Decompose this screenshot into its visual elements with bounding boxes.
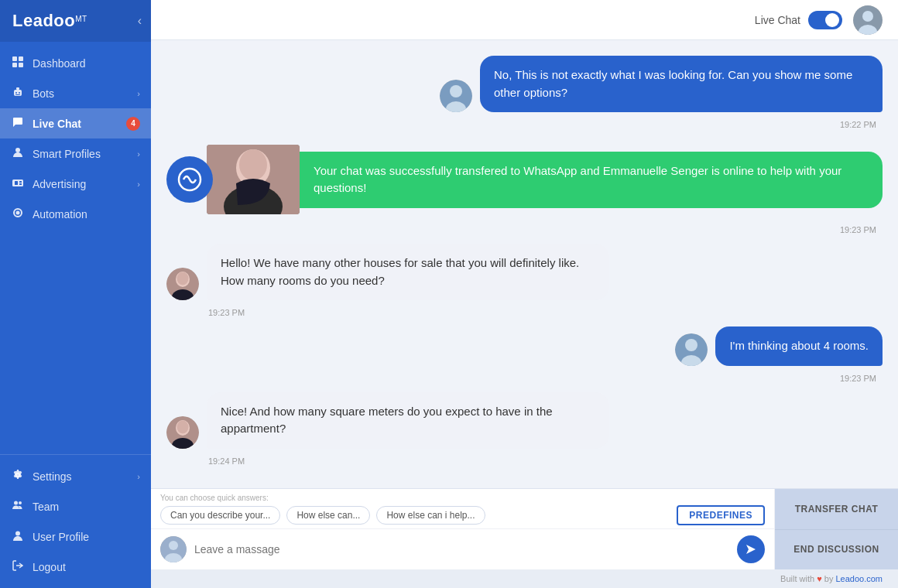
- grid-icon: [11, 56, 25, 70]
- svg-point-7: [19, 92, 20, 94]
- sidebar-item-user-profile-label: User Profile: [33, 531, 140, 543]
- settings-chevron-icon: ›: [137, 472, 140, 481]
- sidebar-item-automation-label: Automation: [33, 208, 140, 220]
- quick-answers-bar: You can choose quick answers: Can you de…: [151, 489, 774, 528]
- footer-link[interactable]: Leadoo.com: [835, 574, 883, 583]
- user-icon: [11, 529, 25, 544]
- footer-text: Built with ♥ by Leadoo.com: [780, 574, 883, 583]
- logout-icon: [11, 559, 25, 574]
- svg-rect-2: [12, 63, 17, 67]
- svg-point-41: [169, 541, 178, 550]
- ads-icon: [11, 176, 25, 191]
- advertising-chevron-icon: ›: [137, 179, 140, 189]
- chat-icon: [11, 116, 25, 131]
- input-row: [151, 528, 774, 569]
- bots-chevron-icon: ›: [137, 89, 140, 98]
- svg-rect-8: [15, 94, 20, 95]
- team-icon: [11, 499, 25, 514]
- quick-chip-0[interactable]: Can you describe your...: [160, 506, 280, 525]
- sidebar-item-advertising[interactable]: Advertising ›: [0, 169, 151, 199]
- sidebar-nav: Dashboard Bots › Live Chat 4 Smart Profi…: [0, 42, 151, 454]
- transfer-chat-button[interactable]: TRANSFER CHAT: [775, 489, 898, 530]
- sidebar-item-team[interactable]: Team: [0, 491, 151, 521]
- chat-input-area: You can choose quick answers: Can you de…: [151, 488, 898, 569]
- sidebar: LeadooMT ‹ Dashboard Bots › Live Chat 4: [0, 0, 151, 588]
- timestamp-2: 19:23 PM: [166, 225, 883, 234]
- predefines-button[interactable]: PREDEFINES: [677, 505, 765, 525]
- sidebar-item-live-chat[interactable]: Live Chat 4: [0, 108, 151, 138]
- svg-point-14: [14, 501, 18, 505]
- svg-point-32: [177, 272, 189, 285]
- live-chat-badge: 4: [126, 117, 140, 131]
- sidebar-item-advertising-label: Advertising: [33, 178, 129, 190]
- toggle-knob: [825, 13, 839, 27]
- chat-messages: No, This is not exactly what I was looki…: [151, 40, 898, 488]
- smart-profiles-chevron-icon: ›: [137, 149, 140, 159]
- svg-rect-13: [19, 183, 22, 185]
- svg-point-6: [15, 92, 17, 94]
- sidebar-item-settings[interactable]: Settings ›: [0, 461, 151, 491]
- chat-input-left: You can choose quick answers: Can you de…: [151, 489, 774, 569]
- sidebar-item-smart-profiles[interactable]: Smart Profiles ›: [0, 138, 151, 169]
- sidebar-logo: LeadooMT ‹: [0, 0, 151, 42]
- sidebar-item-automation[interactable]: Automation: [0, 199, 151, 229]
- svg-point-9: [15, 148, 20, 152]
- person-icon: [11, 146, 25, 161]
- automation-icon: [11, 207, 25, 221]
- chat-action-buttons: TRANSFER CHAT END DISCUSSION: [774, 489, 898, 569]
- message-bubble-3: Hello! We have many other houses for sal…: [207, 244, 609, 300]
- transfer-agent-photo: [207, 145, 300, 214]
- agent-avatar-3: [166, 268, 199, 300]
- quick-answers-label: You can choose quick answers:: [160, 494, 765, 502]
- message-row-3: Hello! We have many other houses for sal…: [166, 244, 883, 300]
- live-chat-toggle[interactable]: [808, 11, 842, 29]
- svg-rect-11: [15, 181, 18, 185]
- timestamp-4: 19:23 PM: [166, 374, 883, 383]
- message-row-5: Nice! And how many square meters do you …: [166, 392, 883, 449]
- sidebar-item-logout[interactable]: Logout: [0, 552, 151, 582]
- svg-point-22: [450, 85, 462, 97]
- send-button[interactable]: [737, 535, 765, 563]
- sidebar-item-dashboard[interactable]: Dashboard: [0, 48, 151, 78]
- bot-icon: [11, 86, 25, 101]
- user-avatar-1: [440, 80, 472, 112]
- message-row-1: No, This is not exactly what I was looki…: [166, 56, 883, 112]
- svg-point-15: [19, 501, 22, 504]
- transfer-notification: Your chat was successfully transfered to…: [166, 145, 883, 214]
- sidebar-item-settings-label: Settings: [33, 470, 129, 483]
- message-bubble-4: I'm thinking about 4 rooms.: [715, 326, 883, 366]
- svg-point-19: [862, 11, 873, 22]
- user-avatar-topbar[interactable]: [853, 5, 883, 35]
- svg-rect-0: [12, 56, 17, 61]
- sidebar-item-bots[interactable]: Bots ›: [0, 78, 151, 108]
- sidebar-item-smart-profiles-label: Smart Profiles: [33, 148, 129, 160]
- quick-chip-1[interactable]: How else can...: [286, 506, 370, 525]
- svg-rect-12: [19, 181, 22, 183]
- collapse-sidebar-button[interactable]: ‹: [138, 14, 142, 28]
- quick-answers-row: Can you describe your... How else can...…: [160, 505, 765, 525]
- quick-chip-2[interactable]: How else can i help...: [376, 506, 485, 525]
- svg-rect-5: [16, 87, 19, 90]
- timestamp-1: 19:22 PM: [166, 120, 883, 129]
- svg-point-39: [177, 420, 189, 433]
- topbar-live-chat-label: Live Chat: [755, 14, 800, 26]
- message-input[interactable]: [194, 543, 729, 556]
- logo-mt: MT: [75, 15, 87, 23]
- svg-point-16: [15, 532, 20, 536]
- sidebar-bottom: Settings › Team User Profile Logout: [0, 454, 151, 588]
- input-user-avatar: [160, 536, 187, 562]
- sidebar-item-bots-label: Bots: [33, 87, 129, 100]
- end-discussion-button[interactable]: END DISCUSSION: [775, 530, 898, 570]
- logo: LeadooMT: [12, 11, 87, 31]
- message-bubble-1: No, This is not exactly what I was looki…: [480, 56, 883, 112]
- sidebar-item-team-label: Team: [33, 501, 140, 513]
- svg-rect-3: [19, 63, 23, 67]
- topbar: Live Chat: [151, 0, 898, 40]
- logo-text: Leadoo: [12, 11, 75, 30]
- sidebar-item-user-profile[interactable]: User Profile: [0, 521, 151, 552]
- user-avatar-4: [675, 333, 708, 366]
- message-row-4: I'm thinking about 4 rooms.: [166, 326, 883, 366]
- svg-point-34: [685, 339, 697, 351]
- main-content: Live Chat No, This is not exactly what I…: [151, 0, 898, 588]
- sidebar-item-live-chat-label: Live Chat: [33, 118, 118, 130]
